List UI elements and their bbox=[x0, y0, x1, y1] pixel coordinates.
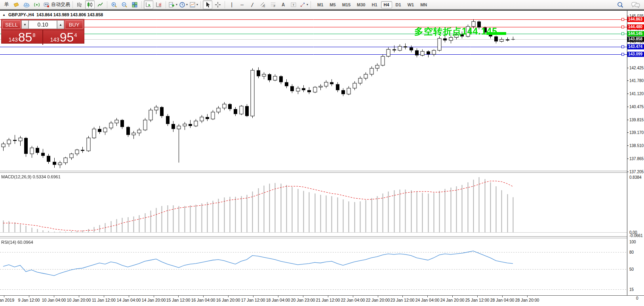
toolbar-right bbox=[615, 0, 641, 9]
market-icon[interactable] bbox=[11, 0, 21, 9]
volume-down-button[interactable]: ▼ bbox=[21, 20, 29, 29]
trendline-tool-icon[interactable]: / bbox=[248, 0, 257, 9]
time-tick-label: 14 Jan 04:00 bbox=[117, 298, 141, 302]
time-tick-mark bbox=[54, 296, 54, 297]
chart-annotation[interactable]: 多空转折点144.145 bbox=[414, 25, 497, 38]
zoom-out-icon[interactable] bbox=[120, 0, 129, 9]
candlestick-chart-icon[interactable] bbox=[85, 0, 95, 9]
time-tick-label: 16 Jan 04:00 bbox=[191, 298, 215, 302]
bar-chart-icon[interactable] bbox=[75, 0, 84, 9]
price-tick-label: 140.475 bbox=[629, 105, 644, 109]
timeframe-button-h4[interactable]: H4 bbox=[381, 1, 392, 8]
timeframe-button-w1[interactable]: W1 bbox=[405, 1, 417, 8]
time-tick-mark bbox=[253, 296, 253, 297]
time-tick-label: 22 Jan 20:00 bbox=[366, 298, 390, 302]
time-tick-label: 24 Jan 20:00 bbox=[440, 298, 465, 302]
text-tool-icon[interactable]: A bbox=[278, 0, 288, 9]
time-axis-border bbox=[0, 295, 644, 296]
tile-windows-icon[interactable] bbox=[130, 0, 139, 9]
price-tick-mark bbox=[627, 94, 629, 94]
time-tick-label: 28 Jan 20:00 bbox=[515, 298, 539, 302]
label-tool-icon[interactable]: T bbox=[289, 0, 298, 9]
vertical-line-tool-icon[interactable]: | bbox=[227, 0, 236, 9]
time-tick-mark bbox=[4, 296, 4, 297]
time-tick-label: 21 Jan 12:00 bbox=[316, 298, 340, 302]
timeframe-button-m5[interactable]: M5 bbox=[327, 1, 338, 8]
timeframe-button-m30[interactable]: M30 bbox=[354, 1, 368, 8]
timeframe-button-h1[interactable]: H1 bbox=[369, 1, 380, 8]
time-tick-mark bbox=[527, 296, 528, 297]
timeframe-group: M1M5M15M30H1H4D1W1MN bbox=[314, 1, 430, 8]
price-tick-mark bbox=[627, 172, 629, 172]
fibonacci-tool-icon[interactable]: F bbox=[268, 0, 278, 9]
rsi-tick-label: 100 bbox=[629, 240, 636, 244]
pane-separator-rsi[interactable] bbox=[0, 236, 627, 238]
price-line-tag: 144.145 bbox=[627, 31, 644, 36]
time-tick-mark bbox=[79, 296, 79, 297]
price-tick-label: 139.170 bbox=[629, 130, 644, 135]
add-indicator-icon[interactable]: ▾ bbox=[168, 0, 178, 9]
timeframe-button-mn[interactable]: MN bbox=[417, 1, 430, 8]
price-tick-mark bbox=[627, 68, 629, 68]
time-tick-mark bbox=[278, 296, 278, 297]
autotrading-button[interactable]: 自动交易 bbox=[42, 0, 70, 9]
rsi-tick-label: 0 bbox=[636, 296, 638, 300]
timeframe-button-m15[interactable]: M15 bbox=[339, 1, 353, 8]
price-line-tag: 143.099 bbox=[627, 52, 644, 57]
price-line-tag: 143.858 bbox=[627, 37, 644, 42]
chat-icon[interactable] bbox=[631, 0, 640, 9]
timeframe-button-m1[interactable]: M1 bbox=[314, 1, 326, 8]
vps-cloud-icon[interactable] bbox=[22, 0, 31, 9]
rsi-pane-canvas[interactable] bbox=[0, 239, 627, 295]
macd-tick-label: -0.0661 bbox=[629, 233, 643, 238]
zoom-in-icon[interactable] bbox=[109, 0, 119, 9]
auto-scroll-icon[interactable] bbox=[144, 0, 153, 9]
price-tick-mark bbox=[627, 120, 629, 120]
crosshair-icon[interactable] bbox=[213, 0, 223, 9]
volume-up-button[interactable]: ▲ bbox=[57, 20, 64, 29]
highlight-segment[interactable] bbox=[486, 32, 506, 35]
price-tick-label: 141.780 bbox=[629, 78, 644, 83]
ask-price-button[interactable]: 143 95 4 bbox=[43, 30, 84, 45]
volume-input[interactable]: 0.10 bbox=[29, 20, 57, 29]
time-tick-label: 16 Jan 20:00 bbox=[216, 298, 240, 302]
mt4-window: 单 自动交易 ▾ ▾ ▾ | — / E F A T ▾ bbox=[0, 0, 644, 306]
time-tick-mark bbox=[353, 296, 353, 297]
time-tick-label: 8 Jan 2019 bbox=[0, 298, 14, 302]
buy-button[interactable]: BUY bbox=[65, 20, 83, 29]
templates-icon[interactable]: ▾ bbox=[189, 0, 198, 9]
channel-tool-icon[interactable]: E bbox=[258, 0, 267, 9]
pane-separator-macd[interactable] bbox=[0, 171, 627, 173]
price-tick-label: 138.510 bbox=[629, 143, 644, 148]
new-order-button[interactable]: 单 bbox=[1, 0, 11, 9]
macd-pane-canvas[interactable] bbox=[0, 173, 627, 236]
time-tick-mark bbox=[328, 296, 328, 297]
svg-text:F: F bbox=[274, 5, 275, 8]
signals-icon[interactable] bbox=[32, 0, 42, 9]
periods-clock-icon[interactable]: ▾ bbox=[179, 0, 188, 9]
timeframe-button-d1[interactable]: D1 bbox=[393, 1, 404, 8]
time-tick-label: 10 Jan 04:00 bbox=[42, 298, 66, 302]
time-tick-label: 24 Jan 04:00 bbox=[415, 298, 440, 302]
time-tick-mark bbox=[228, 296, 229, 297]
arrows-tool-icon[interactable]: ▾ bbox=[299, 0, 309, 9]
price-line-tag: 144.480 bbox=[627, 25, 644, 30]
price-tick-label: 139.815 bbox=[629, 118, 644, 122]
bid-price-button[interactable]: 143 85 8 bbox=[2, 30, 43, 45]
price-tick-mark bbox=[627, 159, 629, 159]
macd-tick-label: 0.8384 bbox=[629, 175, 642, 180]
sell-button[interactable]: SELL bbox=[2, 20, 21, 29]
time-tick-mark bbox=[129, 296, 129, 297]
horizontal-line-tool-icon[interactable]: — bbox=[237, 0, 247, 9]
time-tick-mark bbox=[378, 296, 378, 297]
time-tick-label: 14 Jan 20:00 bbox=[142, 298, 166, 302]
cursor-icon[interactable] bbox=[203, 0, 212, 9]
line-chart-icon[interactable] bbox=[95, 0, 105, 9]
svg-text:T: T bbox=[293, 3, 295, 7]
search-icon[interactable] bbox=[615, 0, 625, 9]
time-tick-mark bbox=[452, 296, 453, 297]
price-tick-label: 137.205 bbox=[629, 170, 644, 174]
chart-shift-icon[interactable] bbox=[154, 0, 164, 9]
rsi-tick-label: 80 bbox=[629, 250, 634, 254]
main-chart-canvas[interactable] bbox=[0, 11, 627, 171]
